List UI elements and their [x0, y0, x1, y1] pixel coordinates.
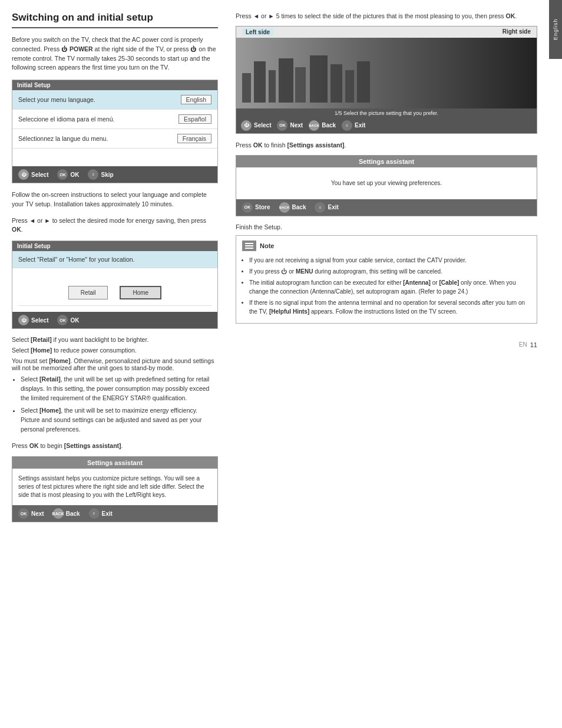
back-icon-pic: BACK — [309, 120, 319, 131]
setup-box-body-1: Select your menu language. English Selec… — [12, 90, 217, 166]
setup-box-header-2: Initial Setup — [12, 241, 217, 251]
note-box: Note If you are not receiving a signal f… — [236, 235, 537, 324]
ok-icon-1: OK — [57, 169, 68, 180]
retail-button[interactable]: Retail — [68, 286, 108, 299]
settings-assistant-box-1: Settings assistant Settings assistant he… — [12, 456, 218, 522]
picture-image-area — [236, 38, 537, 108]
select-icon-2: ⏻ — [18, 315, 29, 325]
select-icon-1: ⏻ — [18, 169, 29, 180]
home-button[interactable]: Home — [120, 286, 161, 299]
next-button-1[interactable]: OK Next — [18, 508, 44, 519]
select-icon-pic: ⏻ — [241, 120, 252, 131]
language-item-english[interactable]: Select your menu language. English — [12, 90, 217, 110]
select-button-2[interactable]: ⏻ Select — [18, 315, 48, 325]
menu-icon-1: ≡ — [88, 169, 98, 180]
note-item-2: If you press ⏻ or MENU during autoprogra… — [249, 267, 531, 276]
exit-button-2[interactable]: ≡ Exit — [315, 202, 338, 213]
note-title: Note — [260, 242, 274, 249]
press-pictures-text: Press ◄ or ► 5 times to select the side … — [236, 12, 537, 21]
page-number-area: EN 11 — [236, 335, 537, 348]
setup-box-body-2: Select "Retail" or "Home" for your locat… — [12, 251, 217, 312]
settings-assistant-body-2: You have set up your viewing preferences… — [236, 167, 537, 199]
page-number: 11 — [530, 341, 537, 348]
store-button[interactable]: OK Store — [242, 202, 270, 213]
settings-assistant-footer-1: OK Next BACK Back ≡ Exit — [12, 505, 217, 522]
picture-comparison-box: Left side Right side — [236, 26, 537, 134]
exit-button-pic[interactable]: ≡ Exit — [342, 120, 365, 131]
svg-rect-7 — [330, 64, 342, 103]
retail-home-row: Select "Retail" or "Home" for your locat… — [12, 251, 217, 268]
settings-assistant-header-1: Settings assistant — [12, 457, 217, 469]
select-button-pic[interactable]: ⏻ Select — [241, 120, 271, 131]
svg-rect-2 — [254, 61, 266, 103]
initial-setup-box-1: Initial Setup Select your menu language.… — [12, 80, 218, 183]
next-icon-pic: OK — [277, 120, 287, 131]
picture-caption: 1/5 Select the picture setting that you … — [236, 108, 537, 118]
intro-paragraph: Before you switch on the TV, check that … — [12, 35, 218, 73]
picture-header: Left side Right side — [236, 27, 537, 38]
picture-right-label: Right side — [503, 28, 531, 36]
left-column: Switching on and initial setup Before yo… — [12, 12, 230, 716]
next-button-pic[interactable]: OK Next — [277, 120, 303, 131]
select-button-1[interactable]: ⏻ Select — [18, 169, 48, 180]
picture-controls: ⏻ Select OK Next BACK Back ≡ Exit — [236, 118, 537, 133]
must-set-text: You must set [Home]. Otherwise, personal… — [12, 357, 218, 371]
settings-assistant-footer-2: OK Store BACK Back ≡ Exit — [236, 199, 537, 216]
right-column: Press ◄ or ► 5 times to select the side … — [230, 12, 537, 716]
setup-footer-2: ⏻ Select OK OK — [12, 312, 217, 328]
picture-left-label: Left side — [242, 28, 273, 36]
en-label: EN — [519, 341, 527, 348]
svg-rect-3 — [269, 70, 276, 103]
ok-icon-2: OK — [57, 315, 68, 325]
page-title: Switching on and initial setup — [12, 12, 218, 28]
note-item-4: If there is no signal input from the ant… — [249, 298, 531, 316]
note-item-1: If you are not receiving a signal from y… — [249, 256, 531, 265]
press-energy-text: Press ◄ or ► to select the desired mode … — [12, 216, 218, 235]
settings-assistant-header-2: Settings assistant — [236, 156, 537, 167]
mode-bullet-list: Select [Retail], the unit will be set up… — [12, 375, 218, 434]
next-icon-1: OK — [18, 508, 29, 519]
store-icon: OK — [242, 202, 253, 213]
exit-button-1[interactable]: ≡ Exit — [89, 508, 113, 519]
exit-icon-pic: ≡ — [342, 120, 352, 131]
follow-text: Follow the on-screen instructions to sel… — [12, 190, 218, 209]
press-ok-finish: Press OK to finish [Settings assistant]. — [236, 141, 537, 150]
setup-footer-1: ⏻ Select OK OK ≡ Skip — [12, 166, 217, 183]
exit-icon-2: ≡ — [315, 202, 325, 213]
note-icon — [242, 241, 256, 251]
settings-assistant-body-1: Settings assistant helps you customize p… — [12, 469, 217, 505]
back-icon-1: BACK — [53, 508, 64, 519]
skip-button-1[interactable]: ≡ Skip — [88, 169, 113, 180]
initial-setup-box-2: Initial Setup Select "Retail" or "Home" … — [12, 241, 218, 329]
side-tab-english: English — [549, 0, 562, 59]
ok-button-2[interactable]: OK OK — [57, 315, 79, 325]
select-retail-text: Select [Retail] if you want backlight to… — [12, 336, 218, 343]
back-button-1[interactable]: BACK Back — [53, 508, 80, 519]
svg-rect-9 — [357, 61, 370, 103]
retail-bullet: Select [Retail], the unit will be set up… — [21, 375, 218, 403]
finish-text: Finish the Setup. — [236, 223, 537, 230]
note-item-3: The initial autoprogram function can be … — [249, 278, 531, 296]
svg-rect-5 — [295, 67, 306, 103]
retail-home-select-area: Retail Home — [12, 268, 217, 312]
setup-box-header-1: Initial Setup — [12, 80, 217, 90]
language-item-spanish[interactable]: Seleccione el idioma para el menú. Españ… — [12, 110, 217, 129]
note-list: If you are not receiving a signal from y… — [242, 256, 531, 316]
press-settings-begin: Press OK to begin [Settings assistant]. — [12, 442, 218, 451]
exit-icon-1: ≡ — [89, 508, 100, 519]
settings-assistant-box-2: Settings assistant You have set up your … — [236, 155, 537, 216]
home-bullet: Select [Home], the unit will be set to m… — [21, 406, 218, 434]
back-icon-2: BACK — [279, 202, 290, 213]
ok-button-1[interactable]: OK OK — [57, 169, 79, 180]
svg-rect-6 — [310, 55, 328, 103]
retail-home-buttons: Retail Home — [18, 280, 211, 306]
svg-rect-4 — [279, 58, 293, 103]
select-home-text: Select [Home] to reduce power consumptio… — [12, 347, 218, 354]
note-header: Note — [242, 241, 531, 251]
svg-rect-8 — [345, 70, 354, 103]
back-button-2[interactable]: BACK Back — [279, 202, 306, 213]
picture-svg — [236, 38, 537, 108]
back-button-pic[interactable]: BACK Back — [309, 120, 336, 131]
svg-rect-1 — [242, 73, 251, 103]
language-item-french[interactable]: Sélectionnez la langue du menu. Français — [12, 129, 217, 149]
